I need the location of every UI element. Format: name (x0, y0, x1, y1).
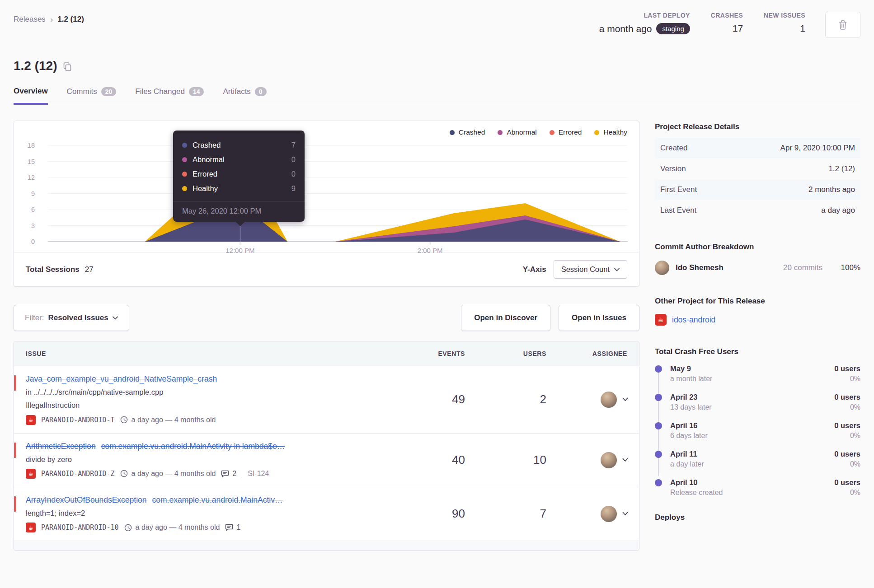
y-tick-label: 6 (31, 206, 35, 213)
tab-artifacts[interactable]: Artifacts 0 (223, 87, 266, 104)
issue-age: a day ago — 4 months old (120, 416, 216, 424)
detail-label: Version (660, 164, 686, 173)
timeline-entry: May 9 a month later 0 users 0% (655, 364, 860, 383)
timeline-users: 0 users (834, 393, 860, 401)
comment-icon (221, 470, 229, 477)
project-slug: PARANOID-ANDROID-10 (41, 523, 119, 532)
release-details-list: Created Apr 9, 2020 10:00 PM Version 1.2… (655, 138, 860, 221)
assignee-selector[interactable] (555, 392, 639, 408)
tooltip-series-label: Crashed (193, 141, 286, 149)
issue-users-count: 2 (474, 392, 555, 406)
timeline-date: April 16 (670, 421, 834, 430)
tooltip-series-label: Abnormal (193, 155, 286, 164)
issue-title-link[interactable]: ArrayIndexOutOfBoundsException (26, 495, 147, 504)
y-tick-label: 18 (28, 142, 35, 149)
tooltip-series-dot-icon (182, 157, 187, 162)
tooltip-row: Abnormal 0 (182, 152, 296, 167)
legend-item[interactable]: Healthy (594, 128, 627, 136)
filter-label: Filter: (25, 313, 44, 322)
tooltip-series-value: 9 (291, 184, 296, 193)
column-assignee: ASSIGNEE (555, 350, 639, 357)
commit-authors-heading: Commit Author Breakdown (655, 243, 860, 252)
filter-value: Resolved Issues (48, 313, 108, 322)
issue-events-count: 90 (393, 507, 474, 521)
issue-subtitle: divide by zero (26, 454, 379, 464)
legend-label: Healthy (603, 128, 627, 136)
assignee-selector[interactable] (555, 452, 639, 468)
issue-culprit-link[interactable]: com.example.vu.android.MainActiv… (152, 495, 283, 504)
tooltip-series-label: Errored (193, 170, 286, 178)
chart-plot[interactable]: 12:00 PM2:00 PM Crashed 7 Abnormal 0 (48, 145, 628, 245)
filter-row: Filter: Resolved Issues Open in Discover… (14, 305, 639, 331)
sidebar: Project Release Details Created Apr 9, 2… (655, 121, 860, 528)
legend-item[interactable]: Errored (550, 128, 582, 136)
chevron-down-icon (622, 512, 628, 516)
stat-new-issues: NEW ISSUES 1 (764, 12, 805, 34)
chevron-down-icon (113, 316, 118, 320)
timeline-entry: April 10 Release created 0 users 0% (655, 478, 860, 497)
copy-version-icon[interactable] (63, 62, 72, 72)
issue-level-bar (14, 496, 16, 512)
column-issue: ISSUE (14, 350, 393, 357)
detail-label: Last Event (660, 206, 696, 215)
tab-files-changed[interactable]: Files Changed 14 (135, 87, 204, 104)
timeline-date: April 23 (670, 393, 834, 401)
issue-row[interactable]: ArithmeticExceptioncom.example.vu.androi… (14, 434, 639, 487)
breadcrumb: Releases › 1.2 (12) (14, 12, 84, 24)
tab-overview[interactable]: Overview (14, 87, 48, 105)
tab-bar: Overview Commits 20 Files Changed 14 Art… (14, 87, 860, 104)
timeline-dot-icon (655, 451, 662, 458)
issue-subtitle: length=1; index=2 (26, 508, 379, 518)
tab-label: Overview (14, 87, 48, 96)
crash-free-timeline: May 9 a month later 0 users 0% April 23 … (655, 364, 860, 497)
timeline-users: 0 users (834, 421, 860, 430)
issue-comments[interactable]: 1 (225, 523, 240, 532)
tab-commits[interactable]: Commits 20 (67, 87, 117, 104)
other-project-heading: Other Project for This Release (655, 297, 860, 306)
staging-badge: staging (656, 23, 690, 34)
assignee-selector[interactable] (555, 506, 639, 522)
tooltip-row: Crashed 7 (182, 138, 296, 152)
column-users: USERS (474, 350, 555, 357)
issue-title-link[interactable]: Java_com_example_vu_android_NativeSample… (26, 374, 217, 383)
detail-label: First Event (660, 185, 697, 194)
total-sessions-label: Total Sessions (26, 265, 80, 274)
issue-row[interactable]: Java_com_example_vu_android_NativeSample… (14, 366, 639, 434)
tooltip-series-dot-icon (182, 143, 187, 148)
release-detail-row: Last Event a day ago (655, 200, 860, 221)
delete-release-button[interactable] (825, 12, 860, 38)
java-project-icon: ☕ (26, 469, 36, 479)
commit-author-row: Ido Shemesh 20 commits 100% (655, 261, 860, 275)
issue-culprit-link[interactable]: com.example.vu.android.MainActivity in l… (101, 442, 285, 451)
issue-comments[interactable]: 2 (221, 470, 236, 478)
project-slug: PARANOID-ANDROID-T (41, 416, 115, 424)
release-detail-row: First Event 2 months ago (655, 179, 860, 200)
header-stats: LAST DEPLOY a month ago staging CRASHES … (599, 12, 860, 38)
chevron-down-icon (622, 458, 628, 462)
timeline-percent: 0% (834, 432, 860, 440)
stat-new-issues-label: NEW ISSUES (764, 12, 805, 19)
stat-last-deploy-label: LAST DEPLOY (599, 12, 690, 19)
legend-dot-icon (594, 130, 599, 135)
issue-row[interactable]: ArrayIndexOutOfBoundsExceptioncom.exampl… (14, 487, 639, 541)
y-axis-select[interactable]: Session Count (554, 260, 627, 279)
issue-subtitle: in ../../../../src/main/cpp/native-sampl… (26, 387, 379, 397)
legend-item[interactable]: Crashed (450, 128, 485, 136)
release-details-heading: Project Release Details (655, 122, 860, 131)
breadcrumb-releases-link[interactable]: Releases (14, 15, 46, 24)
timeline-relative: a month later (670, 375, 834, 383)
open-in-issues-button[interactable]: Open in Issues (559, 305, 639, 331)
sessions-chart-card: Crashed Abnormal Errored Healthy 0369121… (14, 121, 639, 287)
chart-tooltip: Crashed 7 Abnormal 0 Errored 0 (173, 131, 305, 222)
other-project-link[interactable]: idos-android (672, 315, 715, 325)
legend-item[interactable]: Abnormal (498, 128, 536, 136)
issue-title-link[interactable]: ArithmeticException (26, 442, 96, 451)
open-in-discover-button[interactable]: Open in Discover (461, 305, 550, 331)
issue-level-bar (14, 443, 16, 458)
assignee-avatar (601, 452, 617, 468)
timeline-dot-icon (655, 422, 662, 429)
timeline-users: 0 users (834, 364, 860, 373)
issues-filter-dropdown[interactable]: Filter: Resolved Issues (14, 305, 129, 331)
trash-icon (838, 20, 847, 30)
detail-value: Apr 9, 2020 10:00 PM (780, 144, 855, 153)
